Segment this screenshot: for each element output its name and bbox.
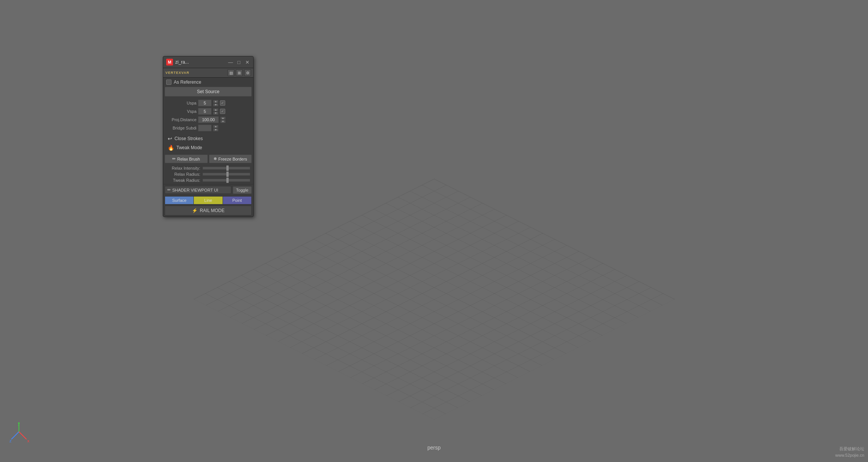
rail-mode-icon: ⚡: [192, 208, 198, 213]
toolbar-label: VERTEXVAR: [165, 71, 226, 75]
mode-buttons: ↩ Close Strokes 🔥 Tweak Mode: [163, 133, 253, 153]
vspa-check[interactable]: ✓: [220, 109, 225, 114]
tab-point[interactable]: Point: [223, 196, 252, 204]
relax-radius-thumb: [226, 172, 229, 177]
watermark-line2: www.52pojie.cn: [835, 452, 864, 459]
uspa-arrows: ▲ ▼: [213, 100, 218, 106]
proj-distance-row: Proj.Distance ▲ ▼: [165, 116, 252, 124]
proj-distance-down[interactable]: ▼: [220, 120, 226, 123]
relax-brush-icon: ✏: [172, 156, 176, 161]
proj-distance-input[interactable]: [198, 116, 219, 123]
uspa-input[interactable]: [198, 100, 212, 106]
bridge-subdi-up[interactable]: ▲: [213, 125, 218, 128]
action-buttons: ✏ Relax Brush ❄ Freeze Borders: [163, 153, 253, 164]
tweak-mode-label: Tweak Mode: [176, 145, 202, 150]
relax-intensity-thumb: [226, 165, 229, 171]
vspa-row: Vspa ▲ ▼ ✓: [165, 107, 252, 116]
toolbar-icon-1[interactable]: ▤: [228, 69, 234, 76]
bridge-subdi-stepper: ▲ ▼: [213, 125, 218, 131]
svg-text:z: z: [9, 439, 12, 443]
fields-section: Uspa ▲ ▼ ✓ Vspa ▲ ▼ ✓ Proj.Dis: [163, 98, 253, 133]
watermark: 吾爱破解论坛 www.52pojie.cn: [835, 446, 864, 458]
tabs-row: Surface Line Point: [165, 196, 252, 204]
maximize-button[interactable]: □: [236, 59, 242, 65]
close-strokes-icon: ↩: [168, 136, 172, 142]
vspa-down[interactable]: ▼: [213, 112, 218, 115]
tweak-mode-button[interactable]: 🔥 Tweak Mode: [165, 143, 252, 152]
close-button[interactable]: ✕: [244, 59, 250, 65]
vspa-input[interactable]: [198, 108, 212, 115]
close-strokes-button[interactable]: ↩ Close Strokes: [165, 134, 252, 143]
svg-line-0: [11, 432, 19, 439]
relax-brush-button[interactable]: ✏ Relax Brush: [165, 155, 208, 163]
watermark-line1: 吾爱破解论坛: [835, 446, 864, 452]
viewport-background: [0, 0, 868, 462]
proj-distance-stepper: ▲ ▼: [220, 117, 226, 123]
uspa-down[interactable]: ▼: [213, 103, 218, 106]
proj-distance-label: Proj.Distance: [166, 117, 196, 122]
panel-logo: M: [166, 59, 173, 66]
svg-line-1: [19, 432, 26, 439]
tweak-radius-label: Tweak Radius:: [166, 178, 200, 183]
rail-mode-label: RAIL MODE: [200, 208, 225, 213]
close-strokes-label: Close Strokes: [175, 136, 203, 141]
tweak-radius-thumb: [226, 178, 229, 183]
toggle-button[interactable]: Toggle: [233, 186, 252, 194]
panel-content: As Reference Set Source Uspa ▲ ▼ ✓ Vspa: [163, 78, 253, 215]
minimize-button[interactable]: —: [228, 59, 234, 65]
svg-text:x: x: [27, 439, 30, 443]
bridge-subdi-label: Bridge Subdi: [166, 126, 196, 130]
freeze-borders-button[interactable]: ❄ Freeze Borders: [209, 155, 252, 163]
axis-indicator: z x y: [8, 420, 30, 443]
vspa-label: Vspa: [166, 109, 196, 114]
shader-row: ✏ SHADER VIEWPORT UI Toggle: [163, 184, 253, 195]
panel-titlebar: M zi_ra... — □ ✕: [163, 56, 253, 68]
tweak-radius-slider[interactable]: [203, 179, 250, 182]
freeze-borders-icon: ❄: [213, 156, 217, 161]
as-reference-label: As Reference: [174, 80, 201, 85]
relax-radius-label: Relax Radius:: [166, 172, 200, 176]
relax-brush-label: Relax Brush: [177, 157, 200, 161]
relax-radius-row: Relax Radius:: [165, 171, 252, 177]
tab-line[interactable]: Line: [193, 196, 222, 204]
freeze-borders-label: Freeze Borders: [218, 157, 247, 161]
grid-viewport: [193, 179, 675, 420]
panel-toolbar: VERTEXVAR ▤ ⊞ ⚙: [163, 68, 253, 78]
rail-mode-button[interactable]: ⚡ RAIL MODE: [165, 206, 252, 215]
slider-section: Relax Intensity: Relax Radius: Tweak Rad…: [163, 164, 253, 184]
bridge-subdi-input[interactable]: [198, 125, 212, 131]
set-source-button[interactable]: Set Source: [165, 87, 252, 97]
tweak-mode-icon: 🔥: [168, 145, 174, 151]
uspa-check[interactable]: ✓: [220, 100, 225, 106]
vspa-arrows: ▲ ▼: [213, 108, 218, 115]
shader-label: SHADER VIEWPORT UI: [172, 188, 218, 192]
as-reference-checkbox[interactable]: [166, 80, 171, 85]
as-reference-row: As Reference: [163, 78, 253, 87]
toolbar-icon-3[interactable]: ⚙: [244, 69, 251, 76]
bridge-subdi-down[interactable]: ▼: [213, 128, 218, 131]
relax-intensity-slider[interactable]: [203, 167, 250, 170]
persp-label: persp: [427, 445, 441, 451]
relax-intensity-label: Relax Intensity:: [166, 166, 200, 170]
relax-intensity-row: Relax Intensity:: [165, 165, 252, 171]
svg-text:y: y: [18, 421, 20, 426]
vspa-up[interactable]: ▲: [213, 108, 218, 111]
uspa-label: Uspa: [166, 101, 196, 105]
panel-title: zi_ra...: [175, 59, 225, 65]
bridge-subdi-row: Bridge Subdi ▲ ▼: [165, 124, 252, 132]
toolbar-icon-2[interactable]: ⊞: [236, 69, 243, 76]
shader-viewport-button[interactable]: ✏ SHADER VIEWPORT UI: [165, 186, 231, 194]
uspa-up[interactable]: ▲: [213, 100, 218, 103]
tab-surface[interactable]: Surface: [165, 196, 193, 204]
uspa-row: Uspa ▲ ▼ ✓: [165, 99, 252, 107]
main-panel: M zi_ra... — □ ✕ VERTEXVAR ▤ ⊞ ⚙ As Refe…: [163, 56, 254, 217]
tweak-radius-row: Tweak Radius:: [165, 177, 252, 183]
shader-icon: ✏: [167, 187, 171, 192]
proj-distance-up[interactable]: ▲: [220, 117, 226, 120]
relax-radius-slider[interactable]: [203, 173, 250, 176]
